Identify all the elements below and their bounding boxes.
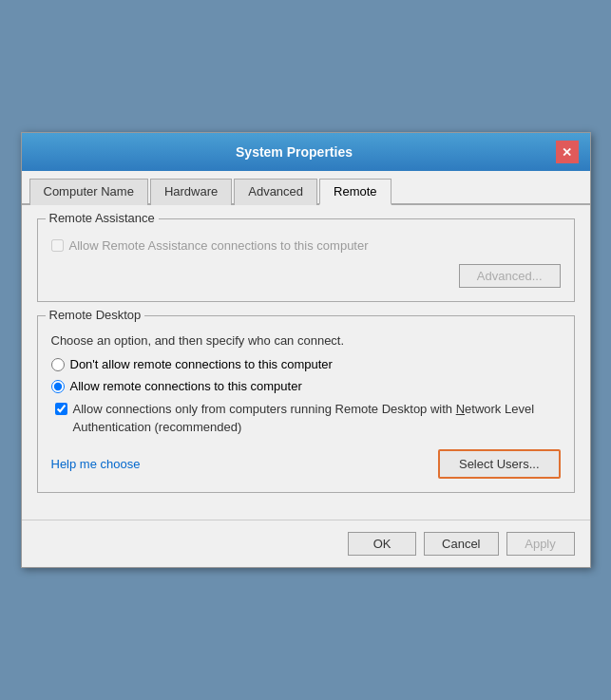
dialog-title: System Properties: [33, 144, 556, 160]
no-connections-label-text: Don't allow remote connections to this c…: [70, 357, 333, 371]
tabs-bar: Computer Name Hardware Advanced Remote: [22, 171, 590, 205]
allow-connections-label: Allow remote connections to this compute…: [70, 379, 302, 393]
remote-assistance-label: Allow Remote Assistance connections to t…: [69, 238, 369, 253]
nla-underline: N: [456, 402, 465, 416]
no-connections-label: Don't allow remote connections to this c…: [70, 357, 333, 371]
tab-content: Remote Assistance Allow Remote Assistanc…: [22, 205, 590, 519]
no-connections-row: Don't allow remote connections to this c…: [51, 357, 561, 371]
advanced-btn-row: Advanced...: [51, 264, 561, 288]
remote-assistance-checkbox[interactable]: [51, 239, 64, 252]
remote-assistance-checkbox-row: Allow Remote Assistance connections to t…: [51, 238, 561, 253]
tab-remote[interactable]: Remote: [319, 179, 391, 205]
dialog-footer: OK Cancel Apply: [22, 520, 590, 567]
cancel-button[interactable]: Cancel: [424, 532, 498, 556]
system-properties-dialog: System Properties ✕ Computer Name Hardwa…: [21, 132, 591, 567]
nla-label: Allow connections only from computers ru…: [73, 401, 561, 435]
nla-checkbox[interactable]: [55, 403, 67, 415]
remote-assistance-advanced-button[interactable]: Advanced...: [459, 264, 561, 288]
remote-assistance-title: Remote Assistance: [46, 211, 159, 225]
ok-button[interactable]: OK: [348, 532, 416, 556]
allow-connections-radio[interactable]: [51, 380, 65, 393]
remote-desktop-bottom-row: Help me choose Select Users...: [51, 449, 561, 479]
remote-desktop-title: Remote Desktop: [46, 308, 145, 322]
no-connections-radio[interactable]: [51, 358, 65, 371]
remote-desktop-group: Remote Desktop Choose an option, and the…: [37, 315, 575, 492]
remote-desktop-description: Choose an option, and then specify who c…: [51, 333, 561, 348]
tab-computer-name[interactable]: Computer Name: [29, 179, 148, 205]
select-users-button[interactable]: Select Users...: [438, 449, 561, 479]
close-button[interactable]: ✕: [556, 141, 579, 163]
remote-assistance-group: Remote Assistance Allow Remote Assistanc…: [37, 218, 575, 302]
allow-connections-label-text: Allow remote connections to this compute…: [70, 379, 302, 393]
title-bar: System Properties ✕: [22, 133, 590, 171]
help-me-choose-link[interactable]: Help me choose: [51, 457, 141, 471]
allow-connections-row: Allow remote connections to this compute…: [51, 379, 561, 393]
nla-checkbox-block: Allow connections only from computers ru…: [55, 401, 561, 435]
tab-advanced[interactable]: Advanced: [234, 179, 317, 205]
apply-button[interactable]: Apply: [506, 532, 575, 556]
tab-hardware[interactable]: Hardware: [150, 179, 232, 205]
